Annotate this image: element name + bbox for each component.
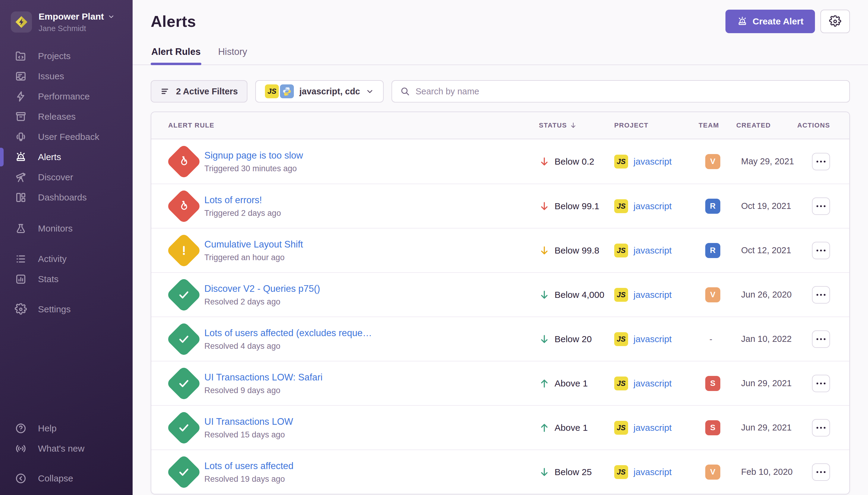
sidebar-item-label: Alerts <box>38 152 61 162</box>
alert-rule-link[interactable]: Discover V2 - Queries p75() <box>204 283 525 295</box>
status-value: Below 99.1 <box>555 201 599 211</box>
sidebar-item-whats-new[interactable]: What's new <box>0 438 133 459</box>
team-none: - <box>710 334 712 344</box>
project-link[interactable]: javascript <box>633 245 672 256</box>
chevron-down-icon <box>108 13 115 20</box>
sidebar-footer: HelpWhat's newCollapse <box>0 418 133 495</box>
row-actions-button[interactable] <box>812 286 830 304</box>
project-link[interactable]: javascript <box>633 201 672 211</box>
tab-alert-rules[interactable]: Alert Rules <box>151 41 201 65</box>
sidebar-item-collapse[interactable]: Collapse <box>0 468 133 488</box>
fire-icon <box>166 143 202 180</box>
sidebar-item-stats[interactable]: Stats <box>0 269 133 289</box>
project-link[interactable]: javascript <box>633 467 672 477</box>
sidebar-item-user-feedback[interactable]: User Feedback <box>0 126 133 147</box>
trend-up-icon <box>539 378 550 389</box>
table-row: Lots of users affected (excludes reque…R… <box>151 317 849 361</box>
column-team: TEAM <box>699 121 736 129</box>
sidebar-item-dashboards[interactable]: Dashboards <box>0 187 133 207</box>
status-value: Above 1 <box>555 423 588 433</box>
alert-rule-link[interactable]: Cumulative Layout Shift <box>204 238 525 251</box>
sidebar-item-label: Performance <box>38 91 90 102</box>
created-date: Jan 10, 2022 <box>736 334 800 344</box>
sidebar-item-activity[interactable]: Activity <box>0 249 133 269</box>
org-switcher[interactable]: Empower Plant Jane Schmidt <box>0 0 133 41</box>
check-icon <box>166 321 202 357</box>
project-filter-dropdown[interactable]: JS javascript, cdc <box>255 80 384 102</box>
settings-gear-button[interactable] <box>820 10 850 33</box>
team-badge: V <box>705 464 720 480</box>
project-link[interactable]: javascript <box>633 156 672 167</box>
row-actions-button[interactable] <box>812 198 830 215</box>
user-name: Jane Schmidt <box>39 23 115 33</box>
column-status[interactable]: STATUS <box>539 121 614 129</box>
alert-rule-link[interactable]: Signup page is too slow <box>204 149 525 162</box>
tab-history[interactable]: History <box>218 41 248 65</box>
org-logo-icon <box>11 12 32 33</box>
table-row: UI Transactions LOW: SafariResolved 9 da… <box>151 361 849 405</box>
project-link[interactable]: javascript <box>633 378 672 389</box>
warning-icon <box>166 233 202 268</box>
javascript-platform-icon: JS <box>614 377 628 390</box>
python-platform-icon <box>280 84 294 98</box>
javascript-platform-icon: JS <box>265 84 279 98</box>
create-alert-button[interactable]: Create Alert <box>726 10 815 33</box>
javascript-platform-icon: JS <box>614 243 628 257</box>
javascript-platform-icon: JS <box>614 421 628 435</box>
check-icon <box>166 365 202 401</box>
row-actions-button[interactable] <box>812 375 830 392</box>
search-input[interactable] <box>416 86 841 97</box>
row-actions-button[interactable] <box>812 242 830 259</box>
sidebar-item-label: Projects <box>38 51 71 61</box>
alert-rule-subtitle: Triggered an hour ago <box>204 252 525 263</box>
alert-rule-link[interactable]: UI Transactions LOW: Safari <box>204 371 525 384</box>
team-badge: S <box>705 420 720 435</box>
trend-down-icon <box>539 467 550 478</box>
settings-icon <box>15 303 27 315</box>
alert-rule-link[interactable]: Lots of users affected <box>204 460 525 472</box>
sidebar-nav: ProjectsIssuesPerformanceReleasesUser Fe… <box>0 46 133 319</box>
sidebar-item-label: Dashboards <box>38 192 87 203</box>
project-link[interactable]: javascript <box>633 334 672 344</box>
javascript-platform-icon: JS <box>614 155 628 169</box>
sidebar-item-discover[interactable]: Discover <box>0 167 133 187</box>
alert-rule-link[interactable]: Lots of users affected (excludes reque… <box>204 327 525 339</box>
active-filters-button[interactable]: 2 Active Filters <box>151 80 247 102</box>
sidebar-item-help[interactable]: Help <box>0 418 133 438</box>
sort-arrow-down-icon <box>569 121 577 129</box>
sidebar-item-alerts[interactable]: Alerts <box>0 147 133 167</box>
project-link[interactable]: javascript <box>633 290 672 300</box>
sidebar-item-projects[interactable]: Projects <box>0 46 133 66</box>
alert-rule-link[interactable]: Lots of errors! <box>204 194 525 206</box>
stats-icon <box>15 273 27 286</box>
alert-rule-subtitle: Triggered 30 minutes ago <box>204 163 525 174</box>
created-date: Jun 29, 2021 <box>736 378 800 388</box>
sidebar-item-performance[interactable]: Performance <box>0 86 133 106</box>
table-row: Lots of errors!Triggered 2 days agoBelow… <box>151 184 849 228</box>
main-content: Alerts Create Alert <box>133 0 868 495</box>
row-actions-button[interactable] <box>812 419 830 437</box>
row-actions-button[interactable] <box>812 463 830 481</box>
sidebar-item-issues[interactable]: Issues <box>0 66 133 86</box>
alert-rule-subtitle: Triggered 2 days ago <box>204 208 525 219</box>
created-date: Jun 26, 2020 <box>736 290 800 300</box>
row-actions-button[interactable] <box>812 330 830 348</box>
trend-up-icon <box>539 422 550 433</box>
check-icon <box>166 454 202 490</box>
alert-rule-link[interactable]: UI Transactions LOW <box>204 415 525 428</box>
created-date: Jun 29, 2021 <box>736 423 800 432</box>
javascript-platform-icon: JS <box>614 465 628 479</box>
filter-lines-icon <box>160 86 171 97</box>
projects-icon <box>15 50 27 63</box>
row-actions-button[interactable] <box>812 153 830 170</box>
check-icon <box>166 277 202 313</box>
sidebar-item-label: Discover <box>38 172 73 182</box>
releases-icon <box>15 110 27 123</box>
project-link[interactable]: javascript <box>633 423 672 433</box>
team-badge: S <box>705 376 720 391</box>
sidebar-item-releases[interactable]: Releases <box>0 106 133 126</box>
sidebar-item-settings[interactable]: Settings <box>0 299 133 319</box>
sidebar-item-monitors[interactable]: Monitors <box>0 218 133 238</box>
chevron-down-icon <box>366 87 374 96</box>
siren-icon <box>737 16 748 27</box>
